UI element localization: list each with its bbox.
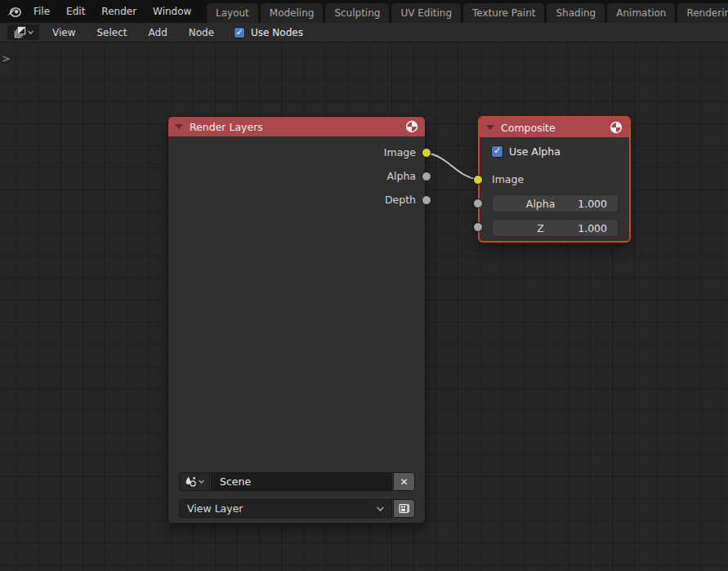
- tab-uv-editing[interactable]: UV Editing: [391, 3, 461, 23]
- view-layer-value: View Layer: [187, 502, 243, 515]
- node-title: Render Layers: [190, 121, 399, 133]
- render-layers-header[interactable]: Render Layers: [168, 117, 425, 136]
- tab-sculpting[interactable]: Sculpting: [325, 3, 389, 23]
- use-nodes-checkbox[interactable]: ✓: [234, 27, 245, 38]
- collapse-arrow-icon[interactable]: [486, 125, 494, 130]
- render-layer-button[interactable]: [393, 499, 415, 518]
- collapse-arrow-icon[interactable]: [175, 124, 183, 129]
- z-value-slider[interactable]: Z 1.000: [492, 219, 619, 237]
- socket-input-z[interactable]: [473, 222, 483, 232]
- tab-shading[interactable]: Shading: [547, 3, 605, 23]
- output-label-image: Image: [384, 146, 416, 159]
- output-label-alpha: Alpha: [386, 170, 416, 183]
- chevron-down-icon: [28, 30, 33, 34]
- socket-output-alpha[interactable]: [422, 172, 431, 181]
- view-layer-dropdown[interactable]: View Layer: [179, 499, 392, 518]
- alpha-label: Alpha: [503, 198, 578, 210]
- blender-logo-icon[interactable]: [7, 5, 22, 19]
- menu-select[interactable]: Select: [86, 27, 137, 38]
- alpha-value: 1.000: [578, 198, 607, 210]
- node-title: Composite: [501, 122, 603, 134]
- menu-node[interactable]: Node: [178, 27, 225, 38]
- close-icon: ✕: [400, 476, 408, 488]
- menu-add[interactable]: Add: [138, 27, 178, 38]
- film-icon: [398, 502, 410, 515]
- render-layers-node[interactable]: Render Layers Image Alpha Depth: [167, 116, 426, 524]
- use-alpha-checkbox[interactable]: ✓: [491, 145, 503, 158]
- z-value: 1.000: [578, 222, 607, 234]
- scene-selector-row: Scene ✕: [179, 472, 415, 491]
- use-alpha-toggle[interactable]: ✓ Use Alpha: [491, 145, 561, 158]
- socket-output-image[interactable]: [422, 148, 431, 158]
- scene-browse-button[interactable]: [179, 472, 210, 491]
- view-layer-row: View Layer: [179, 499, 415, 518]
- scene-name-value: Scene: [220, 475, 251, 488]
- z-label: Z: [503, 222, 578, 234]
- socket-input-alpha[interactable]: [473, 199, 483, 208]
- chevron-down-icon: [377, 506, 384, 511]
- menu-window[interactable]: Window: [145, 0, 199, 23]
- workspace-tabs: Layout Modeling Sculpting UV Editing Tex…: [207, 3, 728, 23]
- menu-edit[interactable]: Edit: [58, 0, 93, 23]
- alpha-value-slider[interactable]: Alpha 1.000: [492, 194, 619, 212]
- output-label-depth: Depth: [385, 194, 416, 207]
- composite-node[interactable]: Composite ✓ Use Alpha Image Alpha 1.000 …: [478, 116, 631, 243]
- scene-icon: [185, 475, 197, 488]
- topbar: File Edit Render Window Help Layout Mode…: [0, 0, 728, 23]
- use-nodes-label: Use Nodes: [251, 27, 303, 38]
- menu-view[interactable]: View: [42, 27, 86, 38]
- node-editor-header: View Select Add Node ✓ Use Nodes: [0, 23, 728, 42]
- preview-sphere-icon: [405, 120, 418, 133]
- use-alpha-label: Use Alpha: [509, 145, 561, 158]
- blender-window: File Edit Render Window Help Layout Mode…: [0, 0, 728, 571]
- socket-output-depth[interactable]: [422, 195, 431, 205]
- socket-input-image[interactable]: [473, 175, 483, 185]
- scene-unlink-button[interactable]: ✕: [393, 472, 415, 491]
- compositor-icon: [14, 26, 26, 38]
- preview-sphere-icon: [610, 121, 623, 134]
- scene-name-field[interactable]: Scene: [211, 472, 392, 491]
- menu-file[interactable]: File: [25, 0, 58, 23]
- use-nodes-toggle[interactable]: ✓ Use Nodes: [234, 27, 303, 38]
- tab-modeling[interactable]: Modeling: [261, 3, 324, 23]
- editor-type-button[interactable]: [7, 25, 39, 40]
- menu-render[interactable]: Render: [93, 0, 145, 23]
- composite-header[interactable]: Composite: [480, 118, 629, 137]
- input-label-image: Image: [492, 173, 524, 185]
- chevron-down-icon: [199, 480, 204, 484]
- tab-texture-paint[interactable]: Texture Paint: [463, 3, 544, 23]
- tab-animation[interactable]: Animation: [607, 3, 675, 23]
- sidebar-toggle-arrow[interactable]: >: [2, 52, 11, 65]
- tab-layout[interactable]: Layout: [207, 3, 258, 23]
- tab-rendering[interactable]: Rendering: [677, 3, 728, 23]
